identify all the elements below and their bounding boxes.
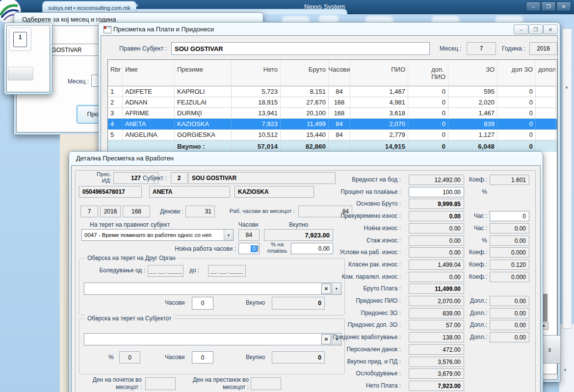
calc-value-5: 0.00 [409,235,464,246]
cell-0[interactable]: 4 [108,119,123,130]
calc-label-0: Вредност на бод : [314,176,401,183]
cell-6[interactable]: 2,070 [350,119,408,130]
cell-7[interactable]: 0 [408,97,448,108]
column-header-9[interactable]: доп ЗО [497,60,536,86]
column-header-10[interactable]: допол [536,60,556,86]
calendar-button[interactable]: 1 [9,27,31,51]
cell-1[interactable]: AFRIME [123,108,175,119]
payroll-minimize-button[interactable]: – [514,25,528,34]
employee-row-4[interactable]: 5ANGELINAGORGIESKA10,51215,440842,77901,… [108,130,557,140]
cell-2[interactable]: FEJZULAI [175,97,232,108]
cell-8[interactable]: 1,467 [448,108,497,119]
cell-7[interactable]: 0 [408,119,448,130]
column-header-5[interactable]: Часови [329,60,350,86]
cell-2[interactable]: GORGIESKA [175,130,232,140]
tab-list-chevron-icon[interactable]: ▾ [136,3,138,8]
cell-5[interactable]: 84 [329,119,350,130]
cell-6[interactable]: 3,618 [350,108,408,119]
app-minimize-button[interactable]: – [526,1,541,11]
app-close-button[interactable]: ✕ [556,1,571,11]
cell-10[interactable] [536,119,556,130]
restore-icon: ❐ [547,4,551,9]
employee-row-3[interactable]: 4ANETAKAZIOSKA7,92311,499842,07008390 [108,119,557,130]
cell-10[interactable] [536,86,556,97]
cell-0[interactable]: 3 [108,108,123,119]
cell-9[interactable]: 0 [497,108,536,119]
column-header-3[interactable]: Нето [232,60,281,86]
cell-0[interactable]: 5 [108,130,123,140]
employee-row-1[interactable]: 2ADNANFEJZULAI18,91527,6701684,98102,020… [108,97,557,108]
cell-8[interactable]: 839 [448,119,497,130]
cell-2[interactable]: KAZIOSKA [175,119,232,130]
total-cell-1 [123,140,175,152]
cell-4[interactable]: 27,670 [281,97,329,108]
cell-2[interactable]: DURMI{I [175,108,232,119]
column-header-8[interactable]: ЗО [448,60,497,86]
column-header-1[interactable]: Име [123,60,175,86]
calc-value-13: 138.00 [409,332,464,342]
cell-6[interactable]: 1,467 [350,86,408,97]
cell-5[interactable]: 84 [329,130,350,140]
cell-10[interactable] [536,108,556,119]
cell-1[interactable]: ADIFETE [123,86,175,97]
cell-1[interactable]: ADNAN [123,97,175,108]
toolbar-panel [8,67,33,80]
subject-input[interactable]: SOU GOSTIVAR [171,42,430,55]
cell-1[interactable]: ANETA [123,119,175,130]
cell-0[interactable]: 1 [108,86,123,97]
cell-8[interactable]: 595 [448,86,497,97]
calc-value-16: 3,679.00 [409,368,464,379]
cell-5[interactable]: 168 [329,108,350,119]
cell-7[interactable]: 0 [408,86,448,97]
payroll-maximize-button[interactable]: ❒ [528,25,543,34]
cell-9[interactable]: 0 [497,97,536,108]
calc-label-4: Ноќна износ : [314,225,401,232]
cell-2[interactable]: KAPROLI [175,86,232,97]
cell-7[interactable]: 0 [408,130,448,140]
scroll-up-icon[interactable]: ▲ [565,85,569,89]
employee-row-2[interactable]: 3AFRIMEDURMI{I13,94120,1001683,61801,467… [108,108,557,119]
column-header-6[interactable]: ПИО [350,60,408,86]
cell-6[interactable]: 2,779 [350,130,408,140]
mdi-vertical-scrollbar[interactable]: ▲ [562,28,572,329]
column-header-4[interactable]: Бруто [281,60,329,86]
cell-4[interactable]: 8,151 [281,86,329,97]
calc-label-8: Ком. паралел. износ : [314,273,401,280]
cell-4[interactable]: 11,499 [281,119,329,130]
cell-9[interactable]: 0 [497,130,536,140]
employee-row-0[interactable]: 1ADIFETEKAPROLI5,7238,151841,46705950 [108,86,557,97]
close-icon: ✕ [548,27,552,32]
calc-value-9: 11,499.00 [409,284,464,294]
column-header-7[interactable]: доп. ПИО [408,60,448,86]
cell-8[interactable]: 1,127 [448,130,497,140]
cell-9[interactable]: 0 [497,119,536,130]
cell-6[interactable]: 4,981 [350,97,408,108]
calc-extra-value-3[interactable]: 0 [490,211,529,221]
cell-10[interactable] [536,97,556,108]
payroll-close-button[interactable]: ✕ [543,25,558,34]
cell-5[interactable]: 84 [329,86,350,97]
scroll-down-icon[interactable]: ▼ [563,368,567,372]
cell-1[interactable]: ANGELINA [123,130,175,140]
cell-3[interactable]: 10,512 [232,130,281,140]
cell-3[interactable]: 7,923 [232,119,281,130]
grid-header-row[interactable]: RbrИмеПрезимеНетоБрутоЧасовиПИОдоп. ПИОЗ… [108,60,557,86]
column-header-0[interactable]: Rbr [108,60,123,86]
cell-7[interactable]: 0 [408,108,448,119]
cell-9[interactable]: 0 [497,86,536,97]
cell-3[interactable]: 18,915 [232,97,281,108]
cell-5[interactable]: 168 [329,97,350,108]
cell-8[interactable]: 2,020 [448,97,497,108]
close-icon: ✕ [562,4,566,9]
cell-10[interactable] [536,130,556,140]
calc-value-11: 839.00 [409,308,464,318]
cell-4[interactable]: 20,100 [281,108,329,119]
right-arrow-icon: ▶ [543,324,545,328]
cell-3[interactable]: 13,941 [232,108,281,119]
app-restore-button[interactable]: ❐ [541,1,556,11]
cell-4[interactable]: 15,440 [281,130,329,140]
cell-3[interactable]: 5,723 [232,86,281,97]
cell-0[interactable]: 2 [108,97,123,108]
column-header-2[interactable]: Презиме [175,60,232,86]
calc-value-1[interactable]: 100.00 [409,187,464,197]
